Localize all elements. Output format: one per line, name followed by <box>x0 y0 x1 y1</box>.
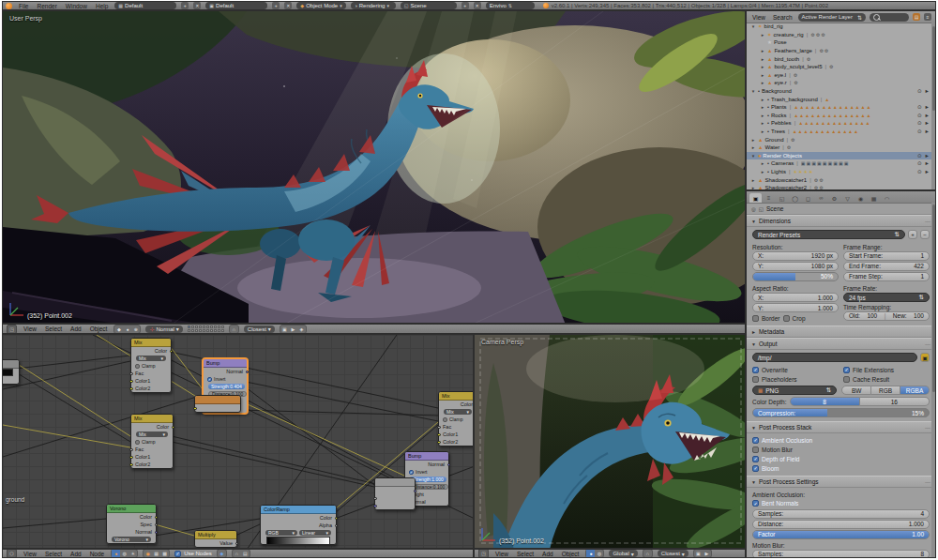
properties-tab-material[interactable]: ◉ <box>855 193 867 203</box>
node-header[interactable]: Multiply <box>195 531 236 539</box>
socket-purple[interactable] <box>447 463 451 467</box>
node-group-vorono[interactable]: VoronoColorSpecNormalVorono▾ <box>106 504 157 544</box>
expander-icon[interactable]: ▸ <box>750 137 756 143</box>
expander-icon[interactable]: ▸ <box>760 56 765 62</box>
node-checkbox-clamp[interactable]: Clamp <box>135 439 155 445</box>
outliner-row-shadowcatcher2[interactable]: ▸▲Shadowcatcher2|⚙⚙ <box>747 184 931 189</box>
outliner-row-shadowcatcher1[interactable]: ▸▲Shadowcatcher1|⚙⚙ <box>747 175 931 184</box>
outliner-menu-view[interactable]: View <box>750 14 767 21</box>
vp-menu-select[interactable]: Select <box>43 325 64 332</box>
cam-menu-add[interactable]: Add <box>540 551 555 557</box>
ao-factor-slider[interactable]: Factor 1.00 <box>752 530 930 539</box>
node-menu-select[interactable]: Select <box>43 551 64 557</box>
vp-menu-view[interactable]: View <box>22 325 38 332</box>
snap-target-dropdown[interactable]: Closest▾ <box>244 325 275 333</box>
socket-grey[interactable] <box>155 523 159 527</box>
snap-buttons[interactable]: ∩ <box>229 325 239 334</box>
section-dimensions[interactable]: ▼Dimensions— <box>747 215 935 227</box>
socket-yellow[interactable] <box>172 426 175 430</box>
node-row-check[interactable]: Clamp <box>439 416 474 423</box>
socket-yellow[interactable] <box>437 441 441 445</box>
vp-menu-add[interactable]: Add <box>68 325 83 332</box>
aspect-y-field[interactable]: Y:1.000 <box>752 303 839 312</box>
expander-icon[interactable]: ▸ <box>750 185 756 189</box>
socket-grey[interactable] <box>129 372 133 376</box>
outliner-row-eye-l[interactable]: ▸▲eye.l|⚙ <box>747 71 931 80</box>
resolution-x-field[interactable]: X:1920 px <box>752 251 839 261</box>
socket-yellow[interactable] <box>193 407 197 411</box>
node-dropdown[interactable]: Mix▾ <box>444 409 472 415</box>
properties-tab-render-layers[interactable]: ≡ <box>763 193 775 203</box>
properties-tab-data[interactable]: ▽ <box>841 193 854 203</box>
cam-orientation-dropdown[interactable]: Global▾ <box>609 550 637 557</box>
mb-samples-field[interactable]: Samples:8 <box>752 550 930 559</box>
frame-step-field[interactable]: Frame Step:1 <box>843 272 930 281</box>
outliner-row-render-objects[interactable]: ▾●Render Objects⊙► <box>747 152 931 160</box>
add-screen-button[interactable]: + <box>272 2 280 9</box>
cam-menu-view[interactable]: View <box>493 551 510 557</box>
ao-distance-field[interactable]: Distance:1.000 <box>752 520 930 529</box>
node-row-slider[interactable]: Strength:0.404 <box>204 383 247 390</box>
outliner-row-trash-background[interactable]: ▸•Trash_background|▲ <box>747 95 931 103</box>
node-editor-icon[interactable]: ⬡ <box>7 549 17 558</box>
properties-tab-physics[interactable]: ◠ <box>881 193 893 203</box>
menu-file[interactable]: File <box>17 3 30 9</box>
outliner-scrollbar[interactable] <box>931 23 935 189</box>
expander-icon[interactable]: ▸ <box>760 80 765 85</box>
screen-dropdown[interactable]: ▣ Default <box>205 2 267 9</box>
visibility-eye-icon[interactable]: ⊙ <box>917 160 922 166</box>
socket-yellow[interactable] <box>129 456 133 460</box>
crop-checkbox[interactable]: Crop <box>783 313 806 323</box>
expander-icon[interactable]: ▸ <box>760 104 765 110</box>
properties-tab-scene[interactable]: ◱ <box>776 193 788 203</box>
display-mode-dropdown[interactable]: Active Render Layer⇅ <box>798 13 866 22</box>
outliner-row-lights[interactable]: ▸•Lights|☀☀☀☀⊙► <box>747 168 931 176</box>
frame-rate-dropdown[interactable]: 24 fps⇅ <box>843 293 930 302</box>
outliner-row-bird-tooth[interactable]: ▸▲bird_tooth|⚙ <box>747 54 931 63</box>
outliner-row-plants[interactable]: ▸•Plants|▲▲▲▲▲▲▲▲▲▲▲▲▲▲⊙► <box>747 103 931 112</box>
expander-icon[interactable]: ▾ <box>750 23 756 29</box>
node-header[interactable]: Mix <box>439 392 474 401</box>
outliner-row-cameras[interactable]: ▸•Cameras|▣▣▣▣▣▣▣▣▣⊙► <box>747 159 931 168</box>
node-header[interactable]: Mix <box>131 339 171 347</box>
expander-icon[interactable]: ▸ <box>760 32 765 38</box>
selectable-arrow-icon[interactable]: ► <box>925 120 930 126</box>
outliner-row-body-sculpt-level5[interactable]: ▸▲body_sculpt_level5|⚙ <box>747 63 931 71</box>
node-row-dd[interactable]: Mix▾ <box>131 431 173 438</box>
outliner-row-eye-r[interactable]: ▸▲eye.r|⚙ <box>747 79 931 87</box>
cam-snap-buttons[interactable]: ∩ <box>643 549 653 558</box>
placeholders-checkbox[interactable]: Placeholders <box>752 374 839 384</box>
visibility-eye-icon[interactable]: ⊙ <box>917 113 922 118</box>
socket-purple[interactable] <box>246 371 250 374</box>
socket-yellow[interactable] <box>129 463 133 467</box>
section-post-process-settings[interactable]: ▼Post Process Settings— <box>747 476 935 488</box>
motion-blur-checkbox[interactable]: Motion Blur <box>752 445 930 454</box>
expander-icon[interactable]: ▸ <box>760 72 765 78</box>
node-header[interactable] <box>375 478 415 487</box>
overwrite-checkbox[interactable]: ✓Overwrite <box>752 365 839 374</box>
color-ramp-gradient[interactable] <box>266 537 330 545</box>
socket-yellow[interactable] <box>335 517 339 521</box>
compression-slider[interactable]: Compression: 15% <box>752 408 930 417</box>
outliner-row-feathers-large[interactable]: ▸▲Feathers_large|⚙⚙ <box>747 47 931 55</box>
editor-type-icon[interactable]: ◳ <box>478 549 489 558</box>
use-nodes-checkbox[interactable]: ✓Use Nodes <box>174 551 212 557</box>
folder-browse-icon[interactable]: ▣ <box>920 353 930 362</box>
outliner-row-water[interactable]: ▸▲Water|⚙ <box>747 144 931 152</box>
color-depth-buttons[interactable]: 8 16 <box>790 397 930 406</box>
node-row-dd[interactable]: Mix▾ <box>439 408 474 416</box>
node-row-check[interactable]: Clamp <box>131 438 173 446</box>
node-header[interactable] <box>195 396 240 404</box>
cam-snap-target-dropdown[interactable]: Closest▾ <box>658 550 688 557</box>
node-dropdown[interactable]: RGB▾ <box>265 530 297 536</box>
node-mix-2[interactable]: MixColorMix▾ClampFacColor1Color2 <box>130 414 174 469</box>
expander-icon[interactable]: ▸ <box>760 97 765 102</box>
layers-grid[interactable] <box>188 325 224 332</box>
expander-icon[interactable]: ▸ <box>760 113 765 118</box>
remove-preset-button[interactable]: − <box>920 230 930 239</box>
properties-tab-texture[interactable]: ▦ <box>868 193 880 203</box>
socket-grey[interactable] <box>335 524 339 528</box>
socket-grey[interactable] <box>437 426 441 430</box>
delete-layout-button[interactable]: ✕ <box>193 2 201 9</box>
border-checkbox[interactable]: Border <box>752 313 780 323</box>
